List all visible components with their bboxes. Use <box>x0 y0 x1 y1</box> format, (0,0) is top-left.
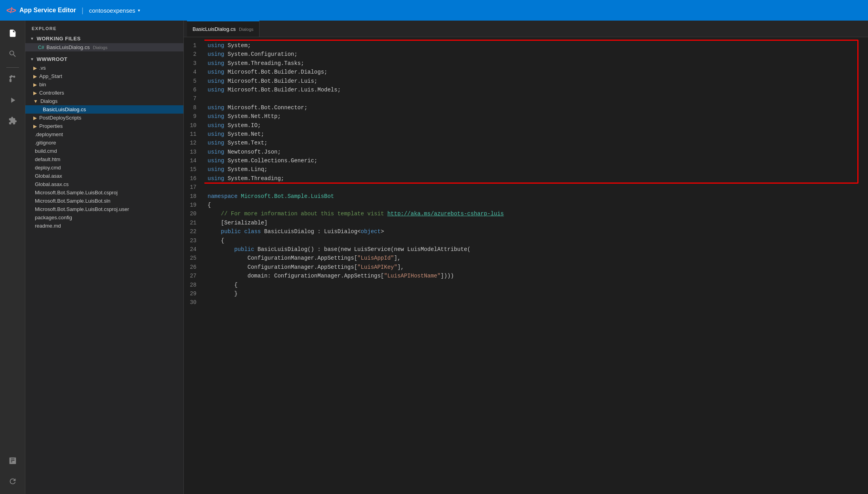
tree-item-sln[interactable]: Microsoft.Bot.Sample.LuisBot.sln <box>25 197 183 205</box>
folder-icon: ▶ <box>33 115 37 121</box>
folder-icon: ▶ <box>33 74 37 79</box>
code-line-26: ConfigurationManager.AppSettings["LuisAP… <box>208 263 868 272</box>
code-line-25: ConfigurationManager.AppSettings["LuisAp… <box>208 254 868 262</box>
code-line-3: using System.Threading.Tasks; <box>208 59 868 68</box>
code-line-28: { <box>208 281 868 289</box>
activity-divider <box>6 67 19 68</box>
code-line-13: using Newtonsoft.Json; <box>208 148 868 156</box>
code-line-2: using System.Configuration; <box>208 50 868 59</box>
code-line-4: using Microsoft.Bot.Builder.Dialogs; <box>208 68 868 76</box>
wwwroot-arrow-icon: ▼ <box>30 57 34 61</box>
tree-item-csprojuser[interactable]: Microsoft.Bot.Sample.LuisBot.csproj.user <box>25 205 183 213</box>
folder-icon: ▶ <box>33 90 37 96</box>
working-files-section[interactable]: ▼ WORKING FILES <box>25 34 183 43</box>
code-line-27: domain: ConfigurationManager.AppSettings… <box>208 272 868 280</box>
folder-open-icon: ▼ <box>33 99 38 104</box>
code-line-8: using Microsoft.Bot.Connector; <box>208 103 868 112</box>
tab-filename: BasicLuisDialog.cs <box>193 26 236 32</box>
folder-icon: ▶ <box>33 124 37 129</box>
tab-basicluisdialog[interactable]: BasicLuisDialog.cs Dialogs <box>187 21 259 37</box>
tree-item-vs[interactable]: ▶ .vs <box>25 64 183 72</box>
debug-icon[interactable] <box>3 91 22 110</box>
tree-item-gitignore[interactable]: .gitignore <box>25 139 183 147</box>
working-files-arrow-icon: ▼ <box>30 36 34 41</box>
workspace-name[interactable]: contosoexpenses <box>89 7 135 14</box>
app-logo-icon: </> <box>6 6 15 15</box>
sidebar-explore-label: EXPLORE <box>25 21 183 34</box>
code-line-12: using System.Text; <box>208 139 868 147</box>
code-line-22: public class BasicLuisDialog : LuisDialo… <box>208 227 868 236</box>
source-control-icon[interactable] <box>3 70 22 89</box>
code-line-19: { <box>208 201 868 209</box>
wwwroot-label: WWWROOT <box>36 56 67 62</box>
cs-file-icon: C# <box>38 45 44 50</box>
title-separator: | <box>82 6 84 15</box>
working-file-item[interactable]: C# BasicLuisDialog.cs Dialogs <box>25 43 183 51</box>
sidebar: EXPLORE ▼ WORKING FILES C# BasicLuisDial… <box>25 21 184 494</box>
tree-item-properties[interactable]: ▶ Properties <box>25 122 183 130</box>
tree-item-basicluisdialog[interactable]: BasicLuisDialog.cs <box>25 105 183 114</box>
code-line-30 <box>208 298 868 307</box>
code-line-5: using Microsoft.Bot.Builder.Luis; <box>208 77 868 86</box>
tab-folder-badge: Dialogs <box>239 27 254 32</box>
app-title: App Service Editor <box>19 7 76 14</box>
tree-item-deploycmd[interactable]: deploy.cmd <box>25 163 183 172</box>
sidebar-content: ▼ WORKING FILES C# BasicLuisDialog.cs Di… <box>25 34 183 494</box>
wwwroot-section[interactable]: ▼ WWWROOT <box>25 55 183 64</box>
tree-item-csproj[interactable]: Microsoft.Bot.Sample.LuisBot.csproj <box>25 188 183 197</box>
editor-tabs: BasicLuisDialog.cs Dialogs <box>184 21 868 37</box>
code-line-23: { <box>208 236 868 245</box>
editor-body: 1 2 3 4 5 6 7 8 9 10 11 12 13 14 15 16 1… <box>184 37 868 494</box>
tree-item-controllers[interactable]: ▶ Controllers <box>25 89 183 97</box>
tree-item-packages[interactable]: packages.config <box>25 213 183 222</box>
code-line-17 <box>208 183 868 192</box>
code-line-16: using System.Threading; <box>208 174 868 183</box>
tree-item-globalasaxcs[interactable]: Global.asax.cs <box>25 180 183 188</box>
folder-icon: ▶ <box>33 82 37 87</box>
working-files-label: WORKING FILES <box>36 36 80 42</box>
editor-area: BasicLuisDialog.cs Dialogs 1 2 3 4 5 6 7… <box>184 21 868 494</box>
tree-item-appstart[interactable]: ▶ App_Start <box>25 72 183 80</box>
code-line-14: using System.Collections.Generic; <box>208 156 868 165</box>
code-line-21: [Serializable] <box>208 218 868 227</box>
workspace-chevron-icon[interactable]: ▾ <box>138 8 140 13</box>
code-line-20: // For more information about this templ… <box>208 209 868 218</box>
titlebar: </> App Service Editor | contosoexpenses… <box>0 0 868 21</box>
tree-item-buildcmd[interactable]: build.cmd <box>25 147 183 155</box>
code-line-7 <box>208 94 868 103</box>
code-line-15: using System.Linq; <box>208 165 868 174</box>
tree-item-globalasax[interactable]: Global.asax <box>25 172 183 180</box>
code-line-6: using Microsoft.Bot.Builder.Luis.Models; <box>208 86 868 94</box>
tree-item-defaulthtm[interactable]: default.htm <box>25 155 183 163</box>
tree-item-dialogs[interactable]: ▼ Dialogs <box>25 97 183 105</box>
tree-item-bin[interactable]: ▶ bin <box>25 80 183 89</box>
line-numbers: 1 2 3 4 5 6 7 8 9 10 11 12 13 14 15 16 1… <box>184 37 204 494</box>
code-editor[interactable]: using System; using System.Configuration… <box>204 37 868 494</box>
extensions-icon[interactable] <box>3 111 22 130</box>
code-line-18: namespace Microsoft.Bot.Sample.LuisBot <box>208 192 868 201</box>
tree-item-readme[interactable]: readme.md <box>25 222 183 230</box>
refresh-icon[interactable] <box>3 472 22 491</box>
tree-item-deployment[interactable]: .deployment <box>25 130 183 139</box>
activity-bar <box>0 21 25 494</box>
terminal-icon[interactable] <box>3 451 22 470</box>
tree-item-postdeploy[interactable]: ▶ PostDeployScripts <box>25 114 183 122</box>
code-line-10: using System.IO; <box>208 121 868 130</box>
folder-icon: ▶ <box>33 65 37 71</box>
code-line-11: using System.Net; <box>208 130 868 139</box>
search-icon[interactable] <box>3 44 22 63</box>
files-icon[interactable] <box>3 24 22 43</box>
main-layout: EXPLORE ▼ WORKING FILES C# BasicLuisDial… <box>0 21 868 494</box>
code-line-24: public BasicLuisDialog() : base(new Luis… <box>208 245 868 254</box>
code-line-9: using System.Net.Http; <box>208 112 868 121</box>
code-line-29: } <box>208 289 868 298</box>
code-line-1: using System; <box>208 41 868 50</box>
